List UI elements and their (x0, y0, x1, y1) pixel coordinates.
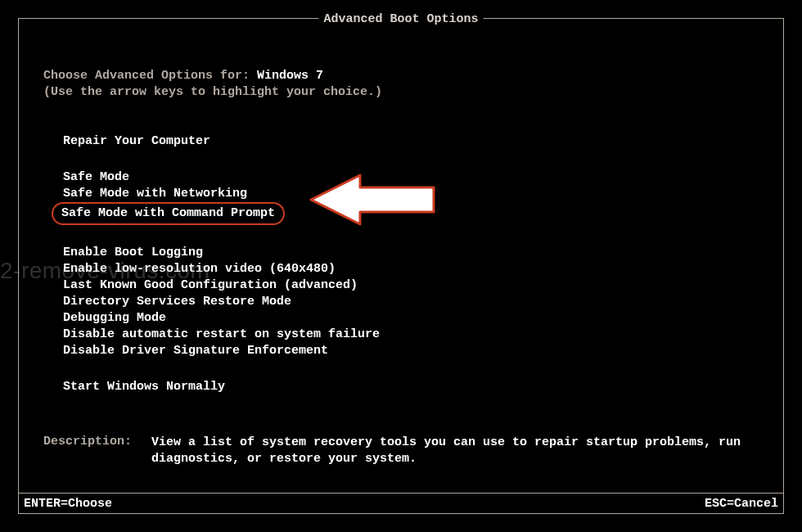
menu-item-start-normally[interactable]: Start Windows Normally (61, 379, 227, 395)
arrow-hint: (Use the arrow keys to highlight your ch… (43, 84, 759, 101)
subtitle: Choose Advanced Options for: Windows 7 (43, 68, 759, 84)
footer-esc: ESC=Cancel (705, 497, 778, 511)
menu-group-normal: Start Windows Normally (61, 379, 759, 395)
menu-item-repair[interactable]: Repair Your Computer (61, 133, 212, 150)
description-block: Description: View a list of system recov… (43, 435, 759, 467)
subtitle-label: Choose Advanced Options for: (43, 69, 257, 83)
menu-item-directory-services[interactable]: Directory Services Restore Mode (61, 294, 293, 310)
boot-options-frame: Advanced Boot Options Choose Advanced Op… (18, 18, 784, 514)
content-area: Choose Advanced Options for: Windows 7 (… (43, 68, 759, 395)
menu-group-advanced: Enable Boot Logging Enable low-resolutio… (61, 245, 759, 359)
menu-item-last-known-good[interactable]: Last Known Good Configuration (advanced) (61, 277, 359, 294)
menu-item-debugging[interactable]: Debugging Mode (61, 310, 168, 327)
page-title: Advanced Boot Options (318, 12, 483, 26)
footer-bar: ENTER=Choose ESC=Cancel (19, 493, 783, 514)
menu-item-low-res[interactable]: Enable low-resolution video (640x480) (61, 261, 337, 277)
menu-item-safe-mode-networking[interactable]: Safe Mode with Networking (61, 186, 249, 202)
menu-group-repair: Repair Your Computer (61, 133, 759, 150)
boot-menu[interactable]: Repair Your Computer Safe Mode Safe Mode… (61, 133, 759, 395)
menu-group-safemode: Safe Mode Safe Mode with Networking Safe… (61, 169, 759, 225)
os-name: Windows 7 (257, 69, 323, 83)
menu-item-safe-mode-cmd[interactable]: Safe Mode with Command Prompt (52, 202, 285, 225)
menu-item-disable-auto-restart[interactable]: Disable automatic restart on system fail… (61, 327, 381, 343)
footer-enter: ENTER=Choose (24, 497, 112, 511)
menu-item-disable-driver-sig[interactable]: Disable Driver Signature Enforcement (61, 343, 330, 359)
menu-item-safe-mode[interactable]: Safe Mode (61, 169, 131, 186)
description-text: View a list of system recovery tools you… (151, 435, 759, 467)
description-label: Description: (43, 435, 151, 467)
menu-item-boot-logging[interactable]: Enable Boot Logging (61, 245, 205, 261)
